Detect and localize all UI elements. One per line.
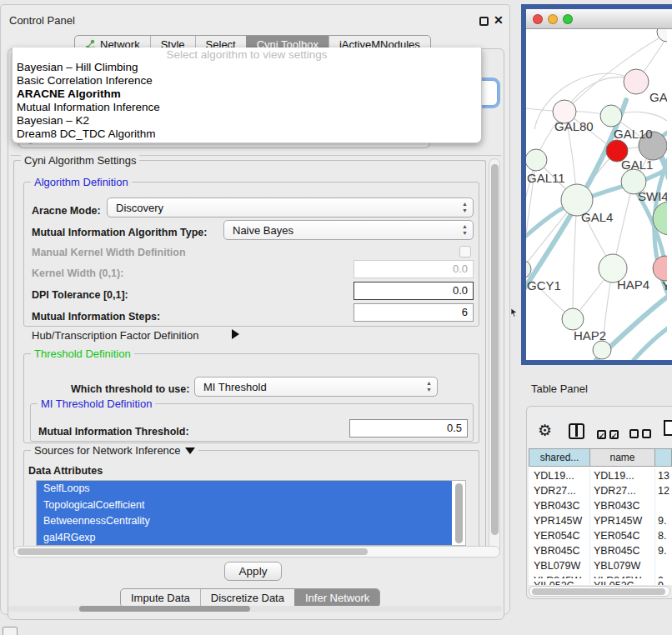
table-row[interactable]: YPR145WYPR145W9.: [529, 513, 672, 529]
control-panel-title: Control Panel: [9, 14, 75, 27]
gear-icon[interactable]: ⚙: [538, 421, 552, 440]
node-label: GAL1: [621, 158, 653, 172]
network-view-window: GAL GAL80 GAL10 GAL1 GAL11 SWI4 GAL4 GCY…: [521, 4, 672, 365]
mi-type-value: Naive Bayes: [233, 224, 293, 237]
node-label: Y: [662, 278, 667, 292]
data-attributes-label: Data Attributes: [28, 465, 103, 477]
node-label: GAL11: [527, 171, 565, 185]
list-item[interactable]: SelfLoops: [37, 481, 452, 498]
table-row-clipped[interactable]: YIL052CYIL052C9: [529, 578, 672, 585]
float-window-icon[interactable]: [479, 17, 489, 26]
list-scrollbar[interactable]: [454, 482, 464, 544]
tab-discretize-data[interactable]: Discretize Data: [200, 589, 294, 607]
manual-kernel-checkbox[interactable]: [459, 246, 471, 258]
node-bottom[interactable]: [593, 341, 611, 359]
node-label: SWI4: [638, 189, 667, 203]
cyni-algorithm-settings-title: Cyni Algorithm Settings: [21, 154, 139, 167]
tab-infer-network[interactable]: Infer Network: [294, 589, 379, 607]
node-label: GAL: [649, 90, 667, 104]
collapse-arrow-icon[interactable]: [185, 448, 195, 454]
node-label: HAP2: [574, 328, 606, 342]
list-item[interactable]: gal4RGexp: [37, 530, 452, 547]
algorithm-definition-title: Algorithm Definition: [31, 176, 132, 188]
mi-threshold-group-title: MI Threshold Definition: [38, 398, 155, 410]
popup-item-dream8[interactable]: Dream8 DC_TDC Algorithm: [13, 128, 481, 141]
table-row[interactable]: YBR045CYBR045C9.: [529, 543, 672, 559]
dpi-tolerance-input[interactable]: 0.0: [354, 282, 474, 300]
popup-item-mutual-information[interactable]: Mutual Information Inference: [13, 101, 481, 114]
node-label: GAL4: [581, 210, 613, 224]
kernel-width-label: Kernel Width (0,1):: [32, 268, 123, 279]
mi-type-label: Mutual Information Algorithm Type:: [32, 227, 207, 238]
dpi-tolerance-label: DPI Tolerance [0,1]:: [32, 289, 128, 301]
which-threshold-combo[interactable]: MI Threshold ▲▼: [194, 377, 438, 397]
popup-item-basic-correlation[interactable]: Basic Correlation Inference: [13, 74, 481, 88]
table-header: shared... name: [529, 448, 672, 467]
chevron-updown-icon: ▲▼: [426, 380, 432, 393]
table-row[interactable]: YBL079WYBL079W: [529, 558, 672, 574]
node-gal10[interactable]: [600, 105, 622, 127]
node[interactable]: [657, 29, 667, 42]
split-columns-icon[interactable]: [569, 423, 584, 439]
apply-button[interactable]: Apply: [224, 562, 282, 581]
node-label: GAL80: [554, 119, 594, 133]
node-gal11[interactable]: [526, 149, 547, 171]
node-label: GAL10: [614, 127, 653, 141]
collapsed-panel-button[interactable]: [3, 627, 18, 635]
table-hscrollbar[interactable]: [529, 586, 670, 597]
table-body: YDL19...YDL19...13 YDR27...YDR27...12 YB…: [529, 467, 672, 585]
node-gal-partial[interactable]: [624, 69, 649, 94]
settings-vscrollbar[interactable]: [489, 158, 500, 556]
chevron-updown-icon: ▲▼: [462, 223, 468, 237]
deselect-all-columns-icon[interactable]: [629, 427, 654, 442]
list-item[interactable]: BetweennessCentrality: [37, 513, 452, 530]
close-traffic-icon[interactable]: [533, 14, 543, 24]
mi-type-combo[interactable]: Naive Bayes ▲▼: [223, 220, 474, 240]
select-all-columns-icon[interactable]: ✓✓: [597, 427, 622, 442]
table-row[interactable]: YDR27...YDR27...12: [529, 483, 672, 499]
aracne-mode-label: Aracne Mode:: [32, 205, 101, 217]
node-hap2[interactable]: [562, 308, 584, 330]
popup-item-aracne[interactable]: ARACNE Algorithm: [13, 88, 481, 101]
new-table-icon[interactable]: [664, 420, 672, 436]
close-icon[interactable]: ✕: [494, 13, 504, 27]
list-item[interactable]: TopologicalCoefficient: [37, 498, 452, 514]
sources-group-title: Sources for Network Inference: [34, 444, 181, 457]
node-label: HAP4: [617, 278, 649, 292]
which-threshold-label: Which threshold to use:: [71, 383, 189, 395]
expand-arrow-icon[interactable]: [232, 329, 239, 339]
network-canvas[interactable]: GAL GAL80 GAL10 GAL1 GAL11 SWI4 GAL4 GCY…: [526, 29, 667, 360]
table-row[interactable]: YDL19...YDL19...13: [529, 468, 672, 484]
algorithm-popup: Select algorithm to view settings Bayesi…: [12, 48, 482, 143]
bottom-tabbar: Impute Data Discretize Data Infer Networ…: [120, 588, 380, 608]
algorithm-popup-placeholder: Select algorithm to view settings: [13, 48, 481, 61]
chevron-updown-icon: ▲▼: [462, 201, 468, 214]
kernel-width-input[interactable]: 0.0: [354, 260, 474, 278]
screen: { "control_panel": { "title": "Control P…: [0, 0, 672, 635]
column-header-shared[interactable]: shared...: [529, 448, 590, 467]
aracne-mode-combo[interactable]: Discovery ▲▼: [107, 198, 474, 218]
network-window-titlebar[interactable]: [526, 9, 672, 29]
table-row[interactable]: YER054CYER054C8.: [529, 528, 672, 544]
panel-bottom-scrollbar[interactable]: [8, 606, 502, 612]
table-row[interactable]: YBR043CYBR043C: [529, 498, 672, 514]
zoom-traffic-icon[interactable]: [563, 14, 573, 24]
mi-threshold-input[interactable]: 0.5: [349, 419, 468, 438]
data-attributes-list[interactable]: SelfLoops TopologicalCoefficient Between…: [36, 480, 466, 546]
column-header-name[interactable]: name: [590, 448, 655, 467]
column-header-extra[interactable]: [655, 448, 672, 467]
node-label: GCY1: [527, 278, 561, 292]
settings-hscrollbar[interactable]: [13, 546, 500, 558]
which-threshold-value: MI Threshold: [203, 381, 267, 393]
node-pink[interactable]: [653, 256, 667, 281]
mi-steps-input[interactable]: 6: [354, 303, 474, 322]
table-panel-title: Table Panel: [531, 382, 588, 395]
minimize-traffic-icon[interactable]: [548, 14, 558, 24]
mi-threshold-label: Mutual Information Threshold:: [38, 426, 189, 438]
mouse-cursor: [510, 306, 519, 321]
popup-item-bayesian-k2[interactable]: Bayesian – K2: [13, 114, 481, 128]
aracne-mode-value: Discovery: [116, 202, 163, 214]
popup-item-bayesian-hill[interactable]: Bayesian – Hill Climbing: [13, 61, 481, 74]
manual-kernel-label: Manual Kernel Width Definition: [32, 247, 186, 258]
tab-impute-data[interactable]: Impute Data: [121, 589, 200, 607]
